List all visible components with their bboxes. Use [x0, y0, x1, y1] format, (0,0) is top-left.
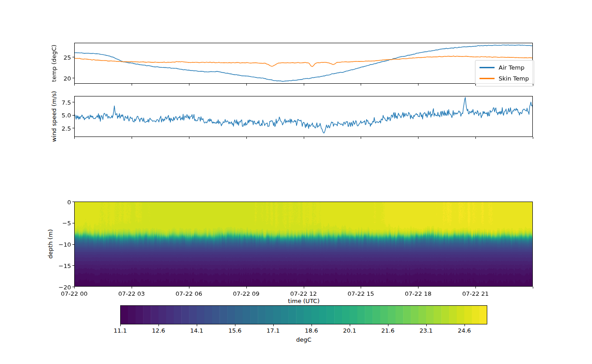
depth-y-tick-label: −15	[59, 262, 71, 269]
colorbar-canvas	[120, 305, 487, 324]
temp-y-tick-label: 20	[63, 75, 71, 81]
x-tick	[475, 137, 476, 139]
x-tick	[533, 287, 533, 288]
wind-ylabel: wind speed (m/s)	[51, 91, 57, 142]
colorbar-tick-label: 15.6	[228, 327, 241, 334]
colorbar-tick-label: 11.1	[114, 327, 127, 334]
time-x-tick-label: 07-22 12	[290, 290, 316, 297]
colorbar-tick-label: 14.1	[190, 327, 203, 334]
colorbar-label: degC	[296, 336, 311, 343]
x-tick	[246, 287, 247, 288]
x-tick	[418, 84, 418, 86]
temp-y-tick-label: 25	[63, 54, 71, 61]
x-tick	[189, 84, 189, 86]
x-tick	[132, 137, 132, 139]
colorbar-tick-label: 18.6	[305, 327, 318, 334]
colorbar-tick-label: 23.1	[419, 327, 433, 334]
x-tick	[132, 84, 132, 86]
colorbar-tick-label: 24.6	[458, 327, 471, 334]
depth-y-tick-label: −10	[59, 241, 71, 248]
skin-temp-line-swatch	[480, 78, 495, 79]
x-tick	[74, 137, 75, 139]
wind-y-tick	[72, 102, 74, 102]
colorbar-tick	[158, 324, 159, 326]
time-x-tick-label: 07-22 15	[347, 290, 374, 297]
temp-ylabel: temp (degC)	[51, 45, 57, 82]
time-x-tick-label: 07-22 21	[462, 290, 489, 297]
depth-y-tick	[72, 244, 74, 245]
x-tick	[304, 84, 304, 86]
wind-plot-canvas	[74, 96, 533, 137]
colorbar-tick-label: 20.1	[343, 327, 356, 334]
x-tick	[132, 287, 132, 288]
depth-y-tick-label: −5	[62, 220, 71, 227]
x-tick	[246, 84, 247, 86]
colorbar-tick	[388, 324, 388, 326]
time-x-tick-label: 07-22 06	[176, 290, 202, 297]
colorbar-tick	[197, 324, 197, 326]
wind-y-tick	[72, 115, 74, 116]
colorbar-tick	[273, 324, 274, 326]
colorbar-tick	[235, 324, 235, 326]
wind-y-tick-label: 5.0	[61, 112, 71, 119]
legend-label-air: Air Temp	[499, 64, 525, 71]
colorbar-tick	[464, 324, 465, 326]
x-tick	[304, 287, 304, 288]
x-tick	[418, 287, 418, 288]
x-tick	[533, 137, 533, 139]
wind-y-tick-label: 7.5	[61, 99, 71, 106]
x-tick	[74, 287, 75, 288]
x-tick	[361, 287, 361, 288]
colorbar-tick-label: 17.1	[266, 327, 280, 334]
figure: temp (degC) Air Temp Skin Temp wind spee…	[0, 0, 592, 364]
x-tick	[189, 137, 189, 139]
time-x-tick-label: 07-22 09	[233, 290, 259, 297]
colorbar-tick-label: 12.6	[152, 327, 165, 334]
depth-ylabel: depth (m)	[47, 229, 54, 259]
x-tick	[246, 137, 247, 139]
colorbar-tick	[426, 324, 427, 326]
x-tick	[304, 137, 304, 139]
legend-item-air: Air Temp	[480, 64, 529, 71]
colorbar-tick	[311, 324, 312, 326]
depth-y-tick-label: 0	[67, 198, 71, 205]
legend-item-skin: Skin Temp	[480, 75, 529, 82]
time-x-tick-label: 07-22 18	[405, 290, 431, 297]
air-temp-line-swatch	[480, 67, 495, 68]
temp-y-tick	[72, 57, 74, 57]
wind-y-tick-label: 2.5	[61, 125, 71, 131]
legend-label-skin: Skin Temp	[499, 75, 529, 82]
x-tick	[74, 84, 75, 86]
x-tick	[475, 287, 476, 288]
x-tick	[361, 84, 361, 86]
depth-heatmap-canvas	[74, 202, 533, 287]
depth-y-tick-label: −20	[59, 283, 71, 290]
x-tick	[361, 137, 361, 139]
colorbar-tick	[120, 324, 121, 326]
time-xlabel: time (UTC)	[288, 298, 319, 304]
depth-y-tick	[72, 265, 74, 266]
wind-y-tick	[72, 128, 74, 128]
x-tick	[475, 84, 476, 86]
time-x-tick-label: 07-22 03	[118, 290, 145, 297]
x-tick	[189, 287, 189, 288]
x-tick	[418, 137, 418, 139]
legend: Air Temp Skin Temp	[475, 60, 534, 86]
x-tick	[533, 84, 533, 86]
temp-plot-canvas	[74, 43, 533, 84]
colorbar-tick-label: 21.6	[381, 327, 394, 334]
temp-y-tick	[72, 78, 74, 78]
depth-y-tick	[72, 202, 74, 202]
depth-y-tick	[72, 223, 74, 223]
time-x-tick-label: 07-22 00	[61, 290, 87, 297]
colorbar-tick	[350, 324, 350, 326]
